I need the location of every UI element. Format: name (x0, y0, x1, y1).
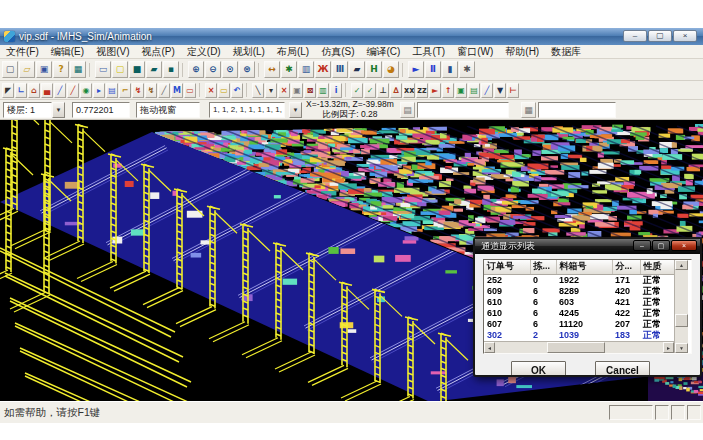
check-b-button[interactable]: ✓ (364, 83, 376, 98)
table-row[interactable]: 609 6 8289 420 正常 (484, 286, 674, 297)
scrollbar-thumb[interactable] (547, 342, 605, 353)
clipboard-icon[interactable]: ▤ (400, 102, 415, 118)
chevron-down-icon[interactable]: ▼ (52, 102, 65, 118)
help-button[interactable]: ? (53, 61, 69, 78)
solid-box-button[interactable]: ■ (129, 61, 145, 78)
model-tree-button[interactable]: ✱ (281, 61, 297, 78)
aux-field-2[interactable] (538, 102, 616, 118)
pen-red-button[interactable]: ╱ (67, 83, 79, 98)
scrollbar-thumb[interactable] (675, 314, 688, 327)
globe-button[interactable]: ◉ (80, 83, 92, 98)
value-field[interactable]: 0.772201 (72, 102, 130, 118)
col-header-order[interactable]: 订单号 (484, 260, 530, 274)
menu-item[interactable]: 规划(L) (227, 45, 271, 59)
vehicle-button[interactable]: ▄ (41, 83, 53, 98)
sequence-field[interactable]: 1, 1, 2, 1, 1, 1, 1, 1, 1 (209, 102, 285, 118)
flat-box-button[interactable]: ▰ (146, 61, 162, 78)
close-button[interactable]: × (673, 30, 697, 42)
arrow-up-button[interactable]: ↑ (442, 83, 454, 98)
small-combo[interactable]: ▼ (289, 102, 302, 118)
corner-path-button[interactable]: ∟ (15, 83, 27, 98)
plane-view-button[interactable]: ▰ (349, 61, 365, 78)
table-row[interactable]: 302 2 1039 183 正常 (484, 330, 674, 341)
menu-item[interactable]: 布局(L) (271, 45, 315, 59)
menu-item[interactable]: 编辑(E) (45, 45, 90, 59)
small-box-button[interactable]: ▪ (163, 61, 179, 78)
window-view-button[interactable]: ▭ (95, 61, 111, 78)
vertical-scrollbar[interactable]: ▲ ▼ (674, 260, 688, 353)
info-button[interactable]: i (330, 83, 342, 98)
line-tool-button[interactable]: ╲ (252, 83, 264, 98)
col-header-sort[interactable]: 分... (612, 260, 640, 274)
menu-item[interactable]: 数据库 (545, 45, 587, 59)
screen-button[interactable]: ▦ (70, 61, 86, 78)
maximize-button[interactable]: ▢ (648, 30, 672, 42)
toolbar-button[interactable] (246, 83, 250, 97)
floor-combo[interactable]: 楼层: 1 ▼ (3, 102, 65, 118)
zoom-extents-button[interactable]: ⊛ (239, 61, 255, 78)
scroll-up-icon[interactable]: ▲ (675, 260, 688, 270)
col-header-status[interactable]: 性质 (640, 260, 674, 274)
horizontal-scrollbar[interactable]: ◄ ► (484, 341, 674, 353)
table-row[interactable]: 610 6 603 421 正常 (484, 297, 674, 308)
toolbar-button[interactable] (199, 83, 203, 97)
run-button[interactable]: ► (408, 61, 424, 78)
zoom-out-button[interactable]: ⊖ (205, 61, 221, 78)
toolbar-button[interactable] (182, 63, 186, 77)
menu-item[interactable]: 编译(C) (361, 45, 407, 59)
zoom-in-button[interactable]: ⊕ (188, 61, 204, 78)
home-button[interactable]: ⌂ (28, 83, 40, 98)
statistics-button[interactable]: ▥ (298, 61, 314, 78)
table-row[interactable]: 252 0 1922 171 正常 (484, 274, 674, 286)
save-button[interactable]: ▣ (36, 61, 52, 78)
menu-item[interactable]: 仿真(S) (315, 45, 360, 59)
menu-item[interactable]: 定义(D) (181, 45, 227, 59)
select-tool-button[interactable]: ◤ (2, 83, 14, 98)
menu-item[interactable]: 帮助(H) (499, 45, 545, 59)
double-x-button[interactable]: Ж (315, 61, 331, 78)
toolbar-button[interactable] (89, 63, 93, 77)
dialog-close-button[interactable]: × (671, 240, 697, 251)
zoom-window-button[interactable]: ⊙ (222, 61, 238, 78)
mail-button[interactable]: ▭ (218, 83, 230, 98)
flag-button[interactable]: ► (429, 83, 441, 98)
chevron-down-icon[interactable]: ▼ (289, 102, 302, 118)
scroll-left-icon[interactable]: ◄ (484, 342, 495, 353)
toolbar-button[interactable] (402, 63, 406, 77)
pen-blue2-button[interactable]: ╱ (481, 83, 493, 98)
h-measure-button[interactable]: H (366, 61, 382, 78)
menu-item[interactable]: 工具(T) (406, 45, 451, 59)
toolbar-button[interactable] (258, 63, 262, 77)
dialog-maximize-button[interactable]: ▢ (652, 240, 670, 251)
tools-button[interactable]: ✱ (459, 61, 475, 78)
pan-hand-button[interactable]: ↔ (264, 61, 280, 78)
new-file-button[interactable]: ▢ (2, 61, 18, 78)
worker-brown-button[interactable]: ↯ (145, 83, 157, 98)
arrow-down-button[interactable]: ▾ (265, 83, 277, 98)
slope-tool-button[interactable]: ∆ (390, 83, 402, 98)
pen-blue-button[interactable]: ╱ (54, 83, 66, 98)
worker-red-button[interactable]: ↯ (132, 83, 144, 98)
pen-gray-button[interactable]: ╱ (158, 83, 170, 98)
title-bar[interactable]: vip.sdf - IMHS_Sim/Animation – ▢ × (0, 28, 703, 45)
box-icon[interactable]: ▦ (521, 102, 536, 118)
delete-box-button[interactable]: ⊠ (304, 83, 316, 98)
col-header-pick[interactable]: 拣... (530, 260, 556, 274)
cabinet-a-button[interactable]: ▣ (455, 83, 467, 98)
box-red-button[interactable]: ▭ (184, 83, 196, 98)
undo-button[interactable]: ↶ (231, 83, 243, 98)
open-folder-button[interactable]: ▱ (19, 61, 35, 78)
cut-x-button[interactable]: × (205, 83, 217, 98)
document-button[interactable]: ▤ (106, 83, 118, 98)
person-tool-button[interactable]: ⊥ (377, 83, 389, 98)
cabinet-b-button[interactable]: ▤ (468, 83, 480, 98)
pause-button[interactable]: Ⅱ (425, 61, 441, 78)
check-a-button[interactable]: ✓ (351, 83, 363, 98)
h-dimension-button[interactable]: ⊢ (507, 83, 519, 98)
dialog-title-bar[interactable]: 通道显示列表 – ▢ × (475, 239, 700, 254)
stamp-button[interactable]: ▣ (291, 83, 303, 98)
xx-constraint-button[interactable]: xx (403, 83, 415, 98)
scroll-right-icon[interactable]: ► (663, 342, 674, 353)
toolbar-button[interactable] (345, 83, 349, 97)
minimize-button[interactable]: – (623, 30, 647, 42)
